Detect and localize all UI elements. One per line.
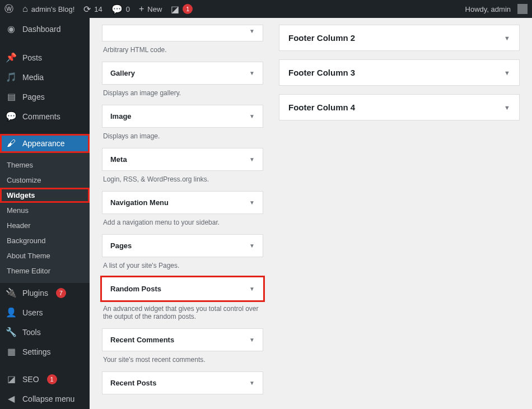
avatar-icon <box>517 4 528 14</box>
tools-icon: 🔧 <box>6 327 17 337</box>
chevron-down-icon: ▼ <box>249 156 255 162</box>
menu-label: Users <box>22 308 43 317</box>
menu-comments[interactable]: 💬Comments <box>0 106 90 126</box>
howdy-text: Howdy, admin <box>465 5 511 13</box>
submenu-background[interactable]: Background <box>0 233 90 248</box>
chevron-down-icon: ▼ <box>249 28 255 34</box>
widget-description: A list of your site's Pages. <box>103 262 262 269</box>
menu-dashboard[interactable]: ◉Dashboard <box>0 18 90 40</box>
submenu-about-theme[interactable]: About Theme <box>0 248 90 263</box>
widget-area[interactable]: Footer Column 2 ▼ <box>279 25 520 51</box>
widget-item[interactable]: Recent Comments ▼ <box>102 328 263 351</box>
menu-label: Pages <box>22 92 45 101</box>
content-area: ▼ Arbitrary HTML code. Gallery ▼ Display… <box>90 18 532 409</box>
menu-seo[interactable]: ◪SEO1 <box>0 369 90 389</box>
pages-icon: ▤ <box>6 91 17 102</box>
widget-item[interactable]: Gallery ▼ <box>102 62 263 85</box>
submenu-customize[interactable]: Customize <box>0 173 90 188</box>
plugins-badge: 7 <box>56 288 66 298</box>
widget-description: Add a navigation menu to your sidebar. <box>103 219 262 226</box>
comment-menu-icon: 💬 <box>6 111 17 122</box>
menu-label: Settings <box>22 347 51 356</box>
widget-description: Displays an image gallery. <box>103 89 262 97</box>
menu-label: Media <box>22 73 44 82</box>
site-name: admin's Blog! <box>31 5 75 13</box>
menu-appearance[interactable]: 🖌Appearance <box>0 134 90 153</box>
site-link[interactable]: ⌂admin's Blog! <box>18 0 79 18</box>
users-icon: 👤 <box>6 307 17 318</box>
widget-item[interactable]: Image ▼ <box>102 105 263 128</box>
area-title: Footer Column 4 <box>288 103 355 112</box>
new-label: New <box>147 5 162 13</box>
menu-label: Tools <box>22 328 41 337</box>
comment-icon: 💬 <box>111 4 123 15</box>
widget-title: Gallery <box>110 69 135 77</box>
widget-item[interactable]: ▼ <box>102 25 263 41</box>
widget-item[interactable]: Random Posts ▼ <box>102 277 263 300</box>
collapse-icon: ◀ <box>6 393 17 404</box>
seo-icon: ◪ <box>6 374 17 384</box>
wp-logo[interactable]: ⓦ <box>0 0 18 18</box>
menu-label: Dashboard <box>22 25 61 34</box>
chevron-down-icon: ▼ <box>249 380 255 386</box>
widget-item[interactable]: Pages ▼ <box>102 234 263 257</box>
chevron-down-icon: ▼ <box>249 113 255 119</box>
wordpress-icon: ⓦ <box>4 3 13 15</box>
chevron-down-icon: ▼ <box>249 70 255 76</box>
plus-icon: + <box>139 4 144 14</box>
seo-tb-icon: ◪ <box>171 4 179 15</box>
menu-label: Appearance <box>22 139 65 148</box>
submenu-theme-editor[interactable]: Theme Editor <box>0 263 90 278</box>
widget-description: An advanced widget that gives you total … <box>103 305 262 320</box>
comments-link[interactable]: 💬0 <box>107 0 134 18</box>
seo-toolbar[interactable]: ◪1 <box>166 0 197 18</box>
widget-item[interactable]: Recent Posts ▼ <box>102 371 263 394</box>
menu-separator <box>0 361 90 369</box>
widget-description: Arbitrary HTML code. <box>103 46 262 54</box>
widget-description: Your site's most recent comments. <box>103 356 262 364</box>
submenu-widgets[interactable]: Widgets <box>0 188 90 203</box>
menu-settings[interactable]: ▦Settings <box>0 342 90 361</box>
widget-description: Displays an image. <box>103 132 262 140</box>
pin-icon: 📌 <box>6 52 17 63</box>
menu-posts[interactable]: 📌Posts <box>0 48 90 67</box>
menu-separator <box>0 40 90 48</box>
menu-pages[interactable]: ▤Pages <box>0 87 90 106</box>
menu-users[interactable]: 👤Users <box>0 303 90 322</box>
widget-areas-column: Footer Column 2 ▼ Footer Column 3 ▼ Foot… <box>279 25 520 409</box>
collapse-menu[interactable]: ◀Collapse menu <box>0 389 90 408</box>
menu-tools[interactable]: 🔧Tools <box>0 322 90 342</box>
area-title: Footer Column 3 <box>288 68 355 77</box>
admin-menu: ◉Dashboard 📌Posts 🎵Media ▤Pages 💬Comment… <box>0 18 90 409</box>
submenu-menus[interactable]: Menus <box>0 203 90 218</box>
new-link[interactable]: +New <box>134 0 166 18</box>
submenu-header[interactable]: Header <box>0 218 90 233</box>
account-link[interactable]: Howdy, admin <box>461 0 532 18</box>
menu-label: Collapse menu <box>22 394 74 403</box>
menu-label: SEO <box>22 375 39 384</box>
area-title: Footer Column 2 <box>288 33 355 43</box>
menu-media[interactable]: 🎵Media <box>0 67 90 87</box>
home-icon: ⌂ <box>22 4 28 14</box>
menu-label: Plugins <box>22 289 48 298</box>
widget-description: Login, RSS, & WordPress.org links. <box>103 175 262 183</box>
submenu-themes[interactable]: Themes <box>0 157 90 173</box>
media-icon: 🎵 <box>6 72 17 82</box>
seo-notif-count: 1 <box>183 4 193 14</box>
menu-separator <box>0 126 90 134</box>
updates-icon: ⟳ <box>83 4 91 15</box>
widget-title: Image <box>110 112 132 120</box>
chevron-down-icon: ▼ <box>504 69 510 76</box>
widget-title: Recent Comments <box>110 336 174 344</box>
widget-item[interactable]: Meta ▼ <box>102 148 263 171</box>
chevron-down-icon: ▼ <box>249 199 255 206</box>
widget-item[interactable]: Navigation Menu ▼ <box>102 191 263 214</box>
menu-plugins[interactable]: 🔌Plugins7 <box>0 283 90 303</box>
widget-area[interactable]: Footer Column 4 ▼ <box>279 94 520 120</box>
chevron-down-icon: ▼ <box>249 337 255 343</box>
toolbar-left: ⓦ ⌂admin's Blog! ⟳14 💬0 +New ◪1 <box>0 0 197 18</box>
widget-area[interactable]: Footer Column 3 ▼ <box>279 59 520 86</box>
plugin-icon: 🔌 <box>6 287 17 298</box>
updates-link[interactable]: ⟳14 <box>79 0 106 18</box>
comments-count: 0 <box>126 5 130 13</box>
